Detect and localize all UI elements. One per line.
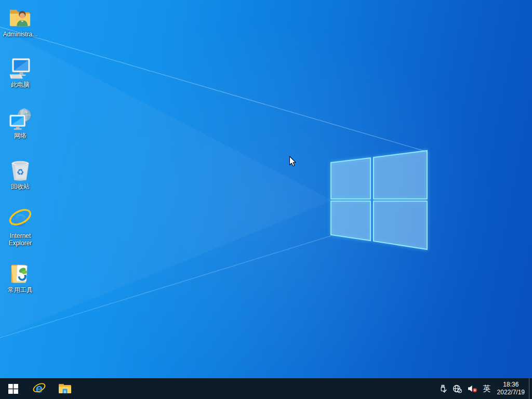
svg-text:♻: ♻: [17, 167, 24, 177]
internet-explorer-icon: e: [32, 382, 46, 396]
desktop-icon-label: Administra...: [3, 31, 38, 38]
desktop-icon-label: 此电脑: [11, 81, 30, 88]
taskbar: e: [0, 378, 532, 399]
network-globe-icon: [8, 107, 33, 131]
windows-logo: [331, 151, 427, 249]
desktop-icon-label: Internet Explorer: [2, 232, 38, 247]
desktop-icon-recycle-bin[interactable]: ♻ 回收站: [2, 158, 38, 190]
taskbar-file-explorer-button[interactable]: [52, 378, 78, 399]
desktop-icon-label: 常用工具: [8, 286, 33, 294]
this-pc-icon: [8, 56, 33, 80]
volume-muted-icon[interactable]: [465, 378, 480, 399]
taskbar-clock[interactable]: 18:36 2022/7/19: [494, 381, 529, 396]
clock-date: 2022/7/19: [497, 389, 525, 396]
desktop-icon-label: 回收站: [11, 183, 30, 190]
file-explorer-icon: [58, 382, 72, 395]
show-desktop-button[interactable]: [529, 378, 532, 399]
start-icon: [8, 384, 18, 394]
recycle-bin-icon: ♻: [8, 158, 33, 182]
taskbar-internet-explorer-button[interactable]: e: [26, 378, 52, 399]
usb-safe-remove-icon[interactable]: [436, 378, 450, 399]
system-tray: 英 18:36 2022/7/19: [436, 378, 532, 399]
desktop-icon-administrator[interactable]: Administra...: [2, 6, 38, 38]
desktop-icon-network[interactable]: 网络: [2, 107, 38, 139]
desktop[interactable]: Administra... 此电脑: [0, 0, 532, 378]
desktop-icon-label: 网络: [14, 132, 26, 139]
desktop-icon-common-tools[interactable]: 常用工具: [2, 261, 38, 294]
screen: Administra... 此电脑: [0, 0, 532, 399]
internet-explorer-icon: e: [8, 207, 33, 231]
start-button[interactable]: [0, 378, 26, 399]
ime-language-indicator[interactable]: 英: [480, 378, 494, 399]
clock-time: 18:36: [497, 381, 525, 389]
tools-folder-icon: [8, 261, 33, 285]
mouse-cursor: [289, 156, 299, 167]
desktop-icon-internet-explorer[interactable]: e Internet Explorer: [2, 207, 38, 247]
user-folder-icon: [8, 6, 33, 30]
network-offline-icon[interactable]: [450, 378, 465, 399]
desktop-icon-this-pc[interactable]: 此电脑: [2, 56, 38, 88]
wallpaper-windows-logo: [0, 0, 532, 378]
